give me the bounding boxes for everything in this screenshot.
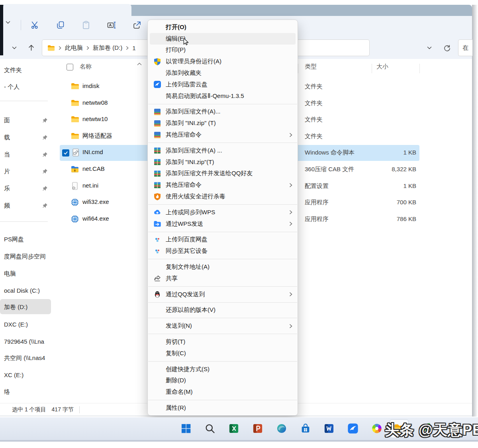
powerpoint-icon[interactable] bbox=[252, 423, 263, 434]
sidebar-item-network-share-2[interactable]: 共空间 (\\Lnas4 bbox=[0, 351, 52, 365]
column-divider[interactable] bbox=[372, 64, 372, 73]
menu-item-share[interactable]: 共享 bbox=[148, 273, 298, 284]
search-input[interactable]: 在 bbox=[458, 39, 472, 56]
menu-item-label: 添加到压缩文件并发送给QQ好友 bbox=[166, 170, 253, 177]
excel-icon[interactable] bbox=[228, 423, 239, 434]
sidebar-item-downloads[interactable]: 载 bbox=[0, 131, 52, 144]
menu-item-wps-upload[interactable]: 上传或同步到WPS bbox=[148, 207, 298, 218]
address-dropdown-button[interactable] bbox=[425, 44, 433, 52]
menu-item-edit[interactable]: 编辑(E) bbox=[150, 33, 296, 45]
select-all-checkbox[interactable] bbox=[67, 64, 73, 70]
sidebar-item-label: XC (E:) bbox=[4, 372, 24, 378]
menu-item-create-shortcut[interactable]: 创建快捷方式(S) bbox=[148, 364, 298, 375]
nav-dropdown-button[interactable] bbox=[10, 44, 18, 52]
cab-archive-icon bbox=[71, 165, 79, 173]
menu-item-send-to[interactable]: 发送到(N) bbox=[148, 320, 298, 332]
share-button[interactable] bbox=[129, 18, 145, 32]
sidebar-item-desktop[interactable]: 面 bbox=[0, 113, 52, 127]
column-divider[interactable] bbox=[419, 64, 420, 73]
sidebar-item-wps-cloud[interactable]: PS网盘 bbox=[0, 233, 52, 246]
menu-item-label: 同步至其它设备 bbox=[166, 247, 208, 255]
sidebar-item-pictures[interactable]: 片 bbox=[0, 164, 52, 178]
menu-item-360zip-add-zip[interactable]: 添加到 "INI.zip"(T) bbox=[148, 157, 298, 168]
file-type: 文件夹 bbox=[305, 100, 323, 107]
edge-icon[interactable] bbox=[276, 423, 287, 434]
sort-ascending-icon[interactable] bbox=[137, 63, 142, 66]
breadcrumb-this-pc[interactable]: 此电脑 bbox=[65, 44, 83, 52]
menu-item-winrar-add-zip[interactable]: 添加到 "INI.zip" (T) bbox=[148, 117, 298, 129]
menu-separator bbox=[148, 143, 297, 143]
menu-item-run-as-admin[interactable]: 以管理员身份运行(A) bbox=[148, 56, 298, 67]
rename-button[interactable] bbox=[104, 18, 120, 32]
menu-item-label: 复制(C) bbox=[166, 350, 186, 357]
sidebar-item-network-drive[interactable]: XC (E:) bbox=[0, 368, 52, 381]
sidebar-item-drive-e[interactable]: DXC (E:) bbox=[0, 317, 52, 331]
menu-item-cut[interactable]: 剪切(T) bbox=[148, 336, 298, 348]
sidebar-item-network-share-1[interactable]: 7929645 (\\Lna bbox=[0, 335, 52, 348]
column-header-size[interactable]: 大小 bbox=[376, 63, 388, 70]
menu-item-print[interactable]: 打印(P) bbox=[148, 45, 298, 56]
menu-item-huorong-scan[interactable]: 使用火绒安全进行杀毒 bbox=[148, 191, 298, 202]
menu-item-restore-versions[interactable]: 还原以前的版本(V) bbox=[148, 305, 298, 316]
sidebar-item-drive-d[interactable]: 加卷 (D:) bbox=[0, 300, 52, 314]
menu-item-360zip-more[interactable]: 其他压缩命令 bbox=[148, 179, 298, 191]
color-wheel-icon[interactable] bbox=[371, 423, 382, 434]
menu-item-send-via-qq[interactable]: 通过QQ发送到 bbox=[148, 289, 298, 300]
column-divider[interactable] bbox=[298, 64, 298, 73]
cut-icon bbox=[30, 20, 40, 30]
sidebar-item-label: 频 bbox=[4, 202, 10, 209]
sidebar-item-baidu-sync[interactable]: 度网盘同步空间 bbox=[0, 250, 52, 263]
store-icon[interactable] bbox=[300, 423, 311, 434]
taskbar-search-icon[interactable] bbox=[204, 423, 215, 434]
explorer-active-tab[interactable] bbox=[3, 4, 131, 16]
sidebar-item-onedrive[interactable]: - 个人 bbox=[0, 80, 52, 94]
new-item-button[interactable] bbox=[4, 18, 12, 26]
icon-spacer bbox=[153, 388, 161, 396]
menu-item-copy[interactable]: 复制(C) bbox=[148, 348, 298, 359]
sidebar-item-label: PS网盘 bbox=[4, 236, 24, 243]
menu-item-winrar-more[interactable]: 其他压缩命令 bbox=[148, 129, 298, 141]
menu-item-qemu-tester[interactable]: 简易启动测试器Ⅱ-Qemu-1.3.5 bbox=[148, 90, 298, 102]
breadcrumb-folder-1[interactable]: 1 bbox=[132, 45, 135, 51]
sidebar-item-videos[interactable]: 频 bbox=[0, 199, 52, 212]
taskbar: 头条 @天意PE bbox=[0, 417, 478, 442]
menu-item-baidu-upload[interactable]: 上传到百度网盘 bbox=[148, 234, 298, 246]
menu-item-label: 添加到 "INI.zip"(T) bbox=[166, 158, 214, 166]
column-header-name[interactable]: 名称 bbox=[80, 63, 92, 70]
cut-button[interactable] bbox=[27, 18, 43, 32]
refresh-icon bbox=[443, 43, 451, 52]
column-header-type[interactable]: 类型 bbox=[305, 63, 317, 70]
sidebar-item-music[interactable]: 乐 bbox=[0, 182, 52, 195]
menu-item-properties[interactable]: 属性(R) bbox=[148, 402, 298, 414]
sidebar-item-drive-c[interactable]: ocal Disk (C:) bbox=[0, 284, 52, 297]
icon-spacer bbox=[153, 306, 161, 314]
menu-item-360zip-send-qq[interactable]: 添加到压缩文件并发送给QQ好友 bbox=[148, 168, 298, 180]
up-button[interactable] bbox=[27, 43, 35, 52]
menu-item-wps-send[interactable]: 通过WPS发送 bbox=[148, 218, 298, 230]
menu-item-rename[interactable]: 重命名(M) bbox=[148, 386, 298, 398]
sidebar-item-documents[interactable]: 当 bbox=[0, 148, 52, 161]
menu-item-upload-xunlei[interactable]: 上传到迅雷云盘 bbox=[148, 79, 298, 90]
sidebar-item-this-pc[interactable]: 电脑 bbox=[0, 267, 52, 280]
thunder-icon[interactable] bbox=[347, 423, 358, 434]
refresh-button[interactable] bbox=[443, 43, 451, 52]
zip360-icon bbox=[153, 170, 161, 178]
menu-item-label: 重命名(M) bbox=[166, 388, 193, 396]
sidebar-item-network[interactable]: 络 bbox=[0, 385, 52, 399]
sidebar-item-label: 当 bbox=[4, 151, 10, 158]
start-button[interactable] bbox=[180, 423, 192, 434]
breadcrumb-drive-d[interactable]: 新加卷 (D:) bbox=[93, 44, 122, 52]
menu-separator bbox=[148, 318, 297, 318]
paste-button[interactable] bbox=[78, 18, 94, 32]
sidebar-item-home[interactable]: 文件夹 bbox=[0, 63, 52, 77]
menu-item-360zip-add[interactable]: 添加到压缩文件(A) ... bbox=[148, 145, 298, 157]
word-icon[interactable] bbox=[323, 423, 335, 434]
menu-item-delete[interactable]: 删除(D) bbox=[148, 375, 298, 387]
menu-item-open[interactable]: 打开(O) bbox=[148, 22, 298, 33]
menu-item-add-to-favorites[interactable]: 添加到收藏夹 bbox=[148, 67, 298, 79]
copy-button[interactable] bbox=[53, 18, 69, 32]
menu-item-winrar-add[interactable]: 添加到压缩文件(A)... bbox=[148, 106, 298, 118]
menu-item-baidu-sync[interactable]: 同步至其它设备 bbox=[148, 245, 298, 257]
menu-item-copy-path[interactable]: 复制文件地址(A) bbox=[148, 261, 298, 273]
row-checkbox-checked[interactable] bbox=[62, 149, 69, 157]
